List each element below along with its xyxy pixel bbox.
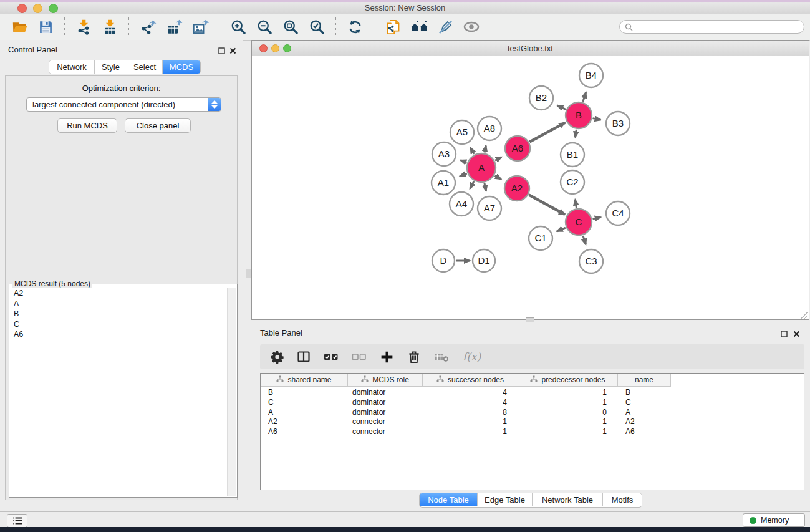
export-network-button[interactable] [138,17,157,37]
column-header-MCDS-role[interactable]: MCDS role [348,374,423,387]
run-mcds-button[interactable]: Run MCDS [57,118,117,133]
table-cell[interactable]: 1 [518,427,618,437]
delete-table-button[interactable] [433,349,450,364]
tab-node-table[interactable]: Node Table [420,493,478,506]
settings-gear-button[interactable] [270,350,284,364]
export-image-button[interactable] [191,17,210,37]
edge-C-C3[interactable] [583,236,586,244]
table-cell[interactable]: 1 [518,388,618,398]
search-input[interactable] [635,21,799,32]
deselect-all-button[interactable] [351,349,367,364]
refresh-button[interactable] [345,17,364,37]
tab-style[interactable]: Style [95,60,127,74]
column-header-successor-nodes[interactable]: successor nodes [423,374,518,387]
close-panel-icon[interactable] [229,46,238,54]
table-row[interactable]: Adominator80A [261,408,804,418]
tab-network[interactable]: Network [49,60,95,74]
table-cell[interactable]: B [618,388,671,398]
tab-edge-table[interactable]: Edge Table [478,493,533,506]
show-details-button[interactable] [462,17,481,37]
edge-A-A4[interactable] [470,181,474,189]
table-row[interactable]: Cdominator41C [261,398,804,408]
table-cell[interactable]: 4 [423,388,518,398]
edge-A-A7[interactable] [485,183,486,191]
vertical-split-handle[interactable] [246,269,251,278]
table-cell[interactable]: A2 [618,417,671,427]
table-close-panel-icon[interactable] [793,329,801,337]
clone-network-button[interactable] [383,17,402,37]
edge-C-C4[interactable] [592,217,600,219]
table-cell[interactable]: B [261,388,348,398]
table-cell[interactable]: A6 [261,427,348,437]
table-row[interactable]: A2connector11A2 [261,417,804,427]
edge-A6-B[interactable] [529,123,565,142]
edge-B-B4[interactable] [583,92,586,102]
mcds-result-item[interactable]: A6 [11,329,227,340]
home-button[interactable] [410,17,428,37]
horizontal-split-handle[interactable] [526,317,534,322]
mcds-result-item[interactable]: A [11,299,227,309]
zoom-in-button[interactable] [229,17,248,37]
table-cell[interactable]: connector [348,427,423,437]
edge-A-A8[interactable] [485,145,486,152]
mcds-list-scrollbar[interactable] [227,288,236,496]
table-cell[interactable]: 1 [423,427,518,437]
edge-A-A2[interactable] [495,176,501,180]
table-cell[interactable]: connector [348,417,423,427]
import-network-button[interactable] [74,17,93,37]
import-table-button[interactable] [100,17,119,37]
table-cell[interactable]: 1 [518,398,618,408]
table-row[interactable]: A6connector11A6 [261,427,804,437]
table-row[interactable]: Bdominator41B [261,388,804,398]
resize-grip-icon[interactable] [801,312,808,319]
criterion-dropdown[interactable]: largest connected component (directed) [26,97,221,112]
edge-C-C1[interactable] [557,228,566,231]
edge-C-C2[interactable] [575,200,576,208]
table-cell[interactable]: C [261,398,348,408]
table-cell[interactable]: A2 [261,417,348,427]
table-cell[interactable]: dominator [348,388,423,398]
add-row-button[interactable] [379,349,395,365]
tab-mcds[interactable]: MCDS [163,60,200,74]
column-header-name[interactable]: name [618,374,671,387]
edge-A-A6[interactable] [495,157,501,161]
tab-select[interactable]: Select [127,60,163,74]
edge-A-A3[interactable] [460,160,466,163]
select-all-button[interactable] [323,349,339,364]
table-cell[interactable]: 8 [423,408,518,418]
table-float-panel-icon[interactable] [781,329,789,337]
tab-motifs[interactable]: Motifs [603,493,642,506]
mcds-result-item[interactable]: A2 [11,288,227,299]
task-history-button[interactable] [7,514,27,528]
edge-B-B1[interactable] [575,130,576,138]
edge-A-A5[interactable] [470,148,474,154]
table-cell[interactable]: 1 [423,417,518,427]
column-header-shared-name[interactable]: shared name [261,374,348,387]
table-cell[interactable]: A6 [618,427,671,437]
zoom-out-button[interactable] [255,17,274,37]
edge-B-B3[interactable] [593,118,601,120]
delete-row-button[interactable] [407,349,422,364]
edge-B-B2[interactable] [557,105,566,109]
tab-network-table[interactable]: Network Table [533,493,603,506]
close-panel-button[interactable]: Close panel [125,118,191,133]
table-cell[interactable]: A [618,408,671,418]
table-cell[interactable]: 0 [518,408,618,418]
table-cell[interactable]: A [261,408,348,418]
table-cell[interactable]: dominator [348,398,423,408]
network-canvas[interactable]: AA1A2A3A4A5A6A7A8BB1B2B3B4CC1C2C3C4DD1 [252,56,809,319]
edge-A-A1[interactable] [460,173,467,177]
save-session-button[interactable] [36,17,55,37]
mcds-result-item[interactable]: C [11,319,227,330]
hide-annotations-button[interactable] [436,17,455,37]
column-header-predecessor-nodes[interactable]: predecessor nodes [518,374,618,387]
table-cell[interactable]: C [618,398,671,408]
column-manager-button[interactable] [296,349,311,364]
search-box[interactable] [619,20,804,34]
zoom-selected-button[interactable] [307,17,326,37]
zoom-fit-button[interactable] [281,17,300,37]
edge-A2-C[interactable] [529,195,565,215]
mcds-result-item[interactable]: B [11,309,227,319]
memory-button[interactable]: Memory [743,513,805,527]
open-folder-button[interactable] [10,17,29,37]
